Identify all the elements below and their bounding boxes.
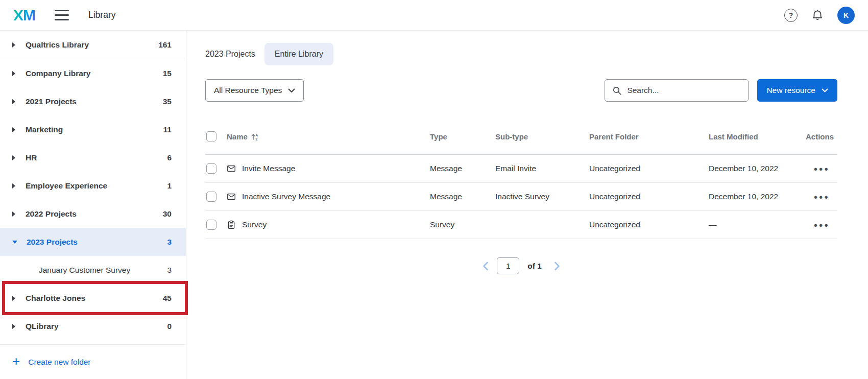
resource-last-modified: December 10, 2022 bbox=[709, 164, 806, 173]
caret-right-icon[interactable] bbox=[12, 296, 15, 301]
caret-right-icon[interactable] bbox=[12, 42, 15, 48]
resource-name[interactable]: Survey bbox=[242, 220, 267, 229]
caret-right-icon[interactable] bbox=[12, 155, 15, 160]
folder-label: Company Library bbox=[26, 69, 90, 78]
caret-right-icon[interactable] bbox=[12, 127, 15, 132]
resource-subtype: Email Invite bbox=[495, 164, 589, 173]
folder-label: 2021 Projects bbox=[26, 97, 77, 106]
resource-last-modified: — bbox=[709, 220, 806, 229]
resource-type-filter-dropdown[interactable]: All Resource Types bbox=[205, 79, 304, 102]
column-header-name[interactable]: Name A Z bbox=[227, 132, 430, 141]
page-title: Library bbox=[88, 10, 116, 20]
resource-type: Message bbox=[430, 164, 495, 173]
row-actions-menu-icon[interactable]: ●●● bbox=[813, 193, 829, 201]
resource-last-modified: December 10, 2022 bbox=[709, 192, 806, 201]
resource-filter-label: All Resource Types bbox=[214, 86, 282, 95]
search-input[interactable] bbox=[627, 86, 741, 95]
create-folder-label: Create new folder bbox=[28, 358, 90, 367]
help-icon[interactable]: ? bbox=[784, 9, 798, 22]
toolbar: All Resource Types New resource bbox=[205, 79, 837, 102]
sidebar-item-company-library[interactable]: Company Library 15 bbox=[0, 59, 186, 87]
sidebar-footer: + Create new folder bbox=[0, 344, 186, 379]
xm-logo: XM bbox=[13, 7, 35, 24]
column-header-subtype[interactable]: Sub-type bbox=[495, 132, 589, 141]
resource-parent-folder: Uncategorized bbox=[589, 164, 709, 173]
column-header-parent-folder[interactable]: Parent Folder bbox=[589, 132, 709, 141]
top-bar: XM Library ? K bbox=[0, 0, 868, 31]
folder-count: 6 bbox=[167, 153, 172, 162]
resource-type: Message bbox=[430, 192, 495, 201]
page-total-label: of 1 bbox=[527, 262, 542, 271]
caret-right-icon[interactable] bbox=[12, 324, 15, 329]
caret-right-icon[interactable] bbox=[12, 99, 15, 104]
library-tabs: 2023 Projects Entire Library bbox=[205, 43, 837, 65]
sidebar-item-qualtrics-library[interactable]: Qualtrics Library 161 bbox=[0, 31, 186, 59]
row-checkbox[interactable] bbox=[206, 220, 216, 230]
caret-right-icon[interactable] bbox=[12, 183, 15, 188]
next-page-icon[interactable] bbox=[554, 262, 560, 271]
previous-page-icon[interactable] bbox=[483, 262, 489, 271]
resource-type: Survey bbox=[430, 220, 495, 229]
sidebar-item-charlotte-jones[interactable]: Charlotte Jones 45 bbox=[0, 284, 186, 312]
notifications-bell-icon[interactable] bbox=[811, 9, 824, 22]
table-row[interactable]: Inactive Survey Message Message Inactive… bbox=[205, 183, 837, 211]
create-new-folder-button[interactable]: + Create new folder bbox=[12, 356, 91, 368]
row-actions-menu-icon[interactable]: ●●● bbox=[813, 165, 829, 173]
row-actions-menu-icon[interactable]: ●●● bbox=[813, 221, 829, 229]
sort-az-icon[interactable]: A Z bbox=[251, 132, 259, 141]
svg-text:Z: Z bbox=[255, 137, 257, 140]
folder-count: 1 bbox=[167, 181, 172, 191]
sidebar-item-marketing[interactable]: Marketing 11 bbox=[0, 115, 186, 144]
clipboard-icon bbox=[227, 220, 236, 229]
sidebar-item-january-customer-survey[interactable]: January Customer Survey 3 bbox=[0, 256, 186, 284]
select-all-checkbox[interactable] bbox=[206, 131, 216, 141]
resource-name[interactable]: Invite Message bbox=[242, 164, 295, 173]
column-header-type[interactable]: Type bbox=[430, 132, 495, 141]
resources-table: Name A Z Type Sub-type Parent Folder Las… bbox=[205, 119, 837, 239]
folder-count: 35 bbox=[163, 97, 172, 106]
folder-label: 2022 Projects bbox=[26, 209, 77, 219]
folder-label: 2023 Projects bbox=[27, 238, 78, 247]
tab-entire-library[interactable]: Entire Library bbox=[264, 43, 333, 65]
column-header-last-modified[interactable]: Last Modified bbox=[709, 132, 806, 141]
table-row[interactable]: Survey Survey Uncategorized — ●●● bbox=[205, 211, 837, 239]
sidebar-item-qlibrary[interactable]: QLibrary 0 bbox=[0, 312, 186, 340]
envelope-icon bbox=[227, 192, 236, 201]
resource-parent-folder: Uncategorized bbox=[589, 192, 709, 201]
topbar-actions: ? K bbox=[784, 7, 855, 24]
folder-count: 45 bbox=[163, 294, 172, 303]
sidebar-item-2022-projects[interactable]: 2022 Projects 30 bbox=[0, 200, 186, 228]
header-label: Name bbox=[227, 132, 248, 141]
tab-2023-projects[interactable]: 2023 Projects bbox=[205, 43, 255, 65]
folder-count: 15 bbox=[163, 69, 172, 78]
search-icon bbox=[612, 86, 622, 96]
resource-subtype: Inactive Survey bbox=[495, 192, 589, 201]
folder-label: January Customer Survey bbox=[39, 266, 130, 275]
folder-count: 11 bbox=[163, 125, 172, 134]
folder-count: 0 bbox=[167, 322, 172, 331]
folder-label: Marketing bbox=[26, 125, 63, 134]
folder-count: 161 bbox=[158, 40, 172, 50]
sidebar-item-2023-projects[interactable]: 2023 Projects 3 bbox=[0, 228, 186, 256]
folder-sidebar: Qualtrics Library 161 Company Library 15… bbox=[0, 31, 186, 379]
sidebar-item-hr[interactable]: HR 6 bbox=[0, 144, 186, 172]
row-checkbox[interactable] bbox=[206, 192, 216, 202]
table-row[interactable]: Invite Message Message Email Invite Unca… bbox=[205, 155, 837, 183]
sidebar-item-employee-experience[interactable]: Employee Experience 1 bbox=[0, 172, 186, 200]
page-number-input[interactable] bbox=[497, 257, 519, 274]
caret-down-icon[interactable] bbox=[12, 241, 17, 244]
column-header-actions: Actions bbox=[806, 132, 837, 141]
user-avatar[interactable]: K bbox=[837, 7, 855, 24]
new-resource-button[interactable]: New resource bbox=[757, 79, 837, 102]
row-checkbox[interactable] bbox=[206, 163, 216, 174]
caret-right-icon[interactable] bbox=[12, 71, 15, 76]
folder-label: Qualtrics Library bbox=[26, 40, 89, 50]
chevron-down-icon bbox=[822, 88, 828, 92]
search-box[interactable] bbox=[605, 79, 749, 102]
caret-right-icon[interactable] bbox=[12, 211, 15, 217]
table-header-row: Name A Z Type Sub-type Parent Folder Las… bbox=[205, 119, 837, 155]
resource-name[interactable]: Inactive Survey Message bbox=[242, 192, 330, 201]
sidebar-item-2021-projects[interactable]: 2021 Projects 35 bbox=[0, 87, 186, 115]
new-resource-label: New resource bbox=[766, 86, 815, 95]
hamburger-menu-icon[interactable] bbox=[55, 10, 69, 20]
